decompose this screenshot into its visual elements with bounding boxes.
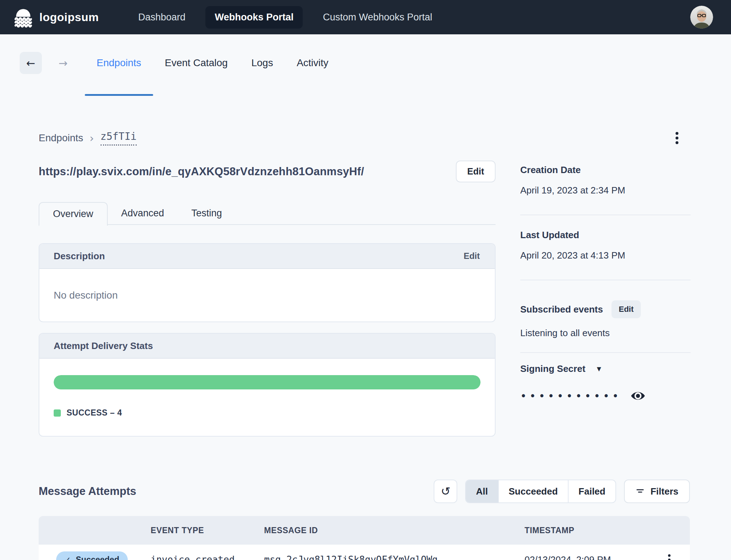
status-badge: ✓ Succeeded: [56, 551, 128, 560]
subscribed-events-value: Listening to all events: [520, 328, 691, 339]
signing-secret-value-row: •••••••••••: [520, 388, 691, 404]
message-attempts-header: Message Attempts ↺ All Succeeded Failed: [39, 480, 690, 503]
signing-secret-label: Signing Secret: [520, 363, 585, 374]
filter-failed-button[interactable]: Failed: [568, 480, 615, 502]
avatar[interactable]: [690, 6, 713, 29]
filters-button[interactable]: Filters: [624, 480, 690, 503]
actions-cell: [662, 551, 690, 560]
last-updated-label: Last Updated: [520, 230, 691, 241]
signing-secret-caret-button[interactable]: ▾: [595, 362, 603, 375]
top-nav: Dashboard Webhooks Portal Custom Webhook…: [138, 6, 432, 29]
last-updated-value: April 20, 2023 at 4:13 PM: [520, 250, 691, 261]
breadcrumb: Endpoints › z5fTIi: [39, 129, 690, 147]
tab-logs[interactable]: Logs: [239, 50, 285, 76]
endpoint-url-row: https://play.svix.com/in/e_qyAXKQ58rVdzn…: [39, 160, 496, 183]
breadcrumb-chevron-icon: ›: [90, 132, 94, 144]
delivery-stats-card-body: SUCCESS – 4: [39, 359, 495, 436]
refresh-button[interactable]: ↺: [434, 480, 457, 503]
delivery-stats-card-header: Attempt Delivery Stats: [39, 334, 495, 359]
reveal-secret-eye-button[interactable]: [630, 388, 646, 404]
nav-dashboard[interactable]: Dashboard: [138, 6, 185, 29]
filter-succeeded-button[interactable]: Succeeded: [498, 480, 568, 502]
breadcrumb-endpoint-id[interactable]: z5fTIi: [101, 131, 137, 146]
tab-event-catalog[interactable]: Event Catalog: [153, 50, 240, 76]
column-message-id: MESSAGE ID: [264, 526, 525, 535]
caret-down-icon: ▾: [597, 364, 601, 374]
delivery-stats-title: Attempt Delivery Stats: [54, 340, 153, 352]
delivery-stats-legend: SUCCESS – 4: [54, 408, 481, 418]
table-row[interactable]: ✓ Succeeded invoice.created msg_2cJyg8l1…: [39, 545, 690, 560]
creation-date-value: April 19, 2023 at 2:34 PM: [520, 185, 691, 196]
nav-custom-webhooks-portal[interactable]: Custom Webhooks Portal: [323, 6, 432, 29]
delivery-stats-card: Attempt Delivery Stats SUCCESS – 4: [39, 333, 496, 437]
body-columns: https://play.svix.com/in/e_qyAXKQ58rVdzn…: [39, 160, 690, 437]
back-arrow-icon: ←: [26, 57, 35, 69]
description-card: Description Edit No description: [39, 243, 496, 322]
forward-button[interactable]: →: [54, 52, 72, 74]
filters-label: Filters: [650, 486, 678, 497]
content-area: ← → Endpoints Event Catalog Logs Activit…: [0, 50, 731, 560]
detail-tabs: Overview Advanced Testing: [39, 202, 496, 225]
delivery-stats-bar: [54, 375, 481, 389]
description-card-body: No description: [39, 269, 495, 321]
back-button[interactable]: ←: [20, 52, 42, 74]
top-nav-bar: logoipsum Dashboard Webhooks Portal Cust…: [0, 0, 731, 34]
status-cell: ✓ Succeeded: [39, 551, 151, 560]
check-icon: ✓: [65, 555, 71, 560]
message-attempts-title: Message Attempts: [39, 485, 136, 498]
divider: [520, 215, 691, 215]
filter-all-button[interactable]: All: [466, 480, 498, 502]
tab-testing[interactable]: Testing: [178, 202, 236, 224]
refresh-icon: ↺: [441, 485, 450, 498]
success-legend-label: SUCCESS – 4: [67, 408, 122, 418]
webhooks-portal-page: logoipsum Dashboard Webhooks Portal Cust…: [0, 0, 731, 560]
event-type-cell: invoice.created: [151, 554, 264, 560]
subscribed-events-label: Subscribed events: [520, 304, 603, 315]
subscribed-events-row: Subscribed events Edit: [520, 300, 691, 318]
edit-subscribed-events-button[interactable]: Edit: [611, 300, 641, 318]
timestamp-cell: 02/13/2024, 2:09 PM: [525, 554, 662, 560]
divider: [520, 280, 691, 280]
brand[interactable]: logoipsum: [13, 7, 99, 28]
logo-icon: [13, 7, 34, 28]
message-id-cell: msg_2cJyg8l12IiSk8gyOFfYmVglQWg: [264, 554, 525, 560]
brand-name: logoipsum: [39, 11, 99, 24]
success-legend-swatch: [54, 409, 61, 417]
eye-icon: [630, 388, 646, 404]
edit-url-button[interactable]: Edit: [456, 161, 496, 182]
divider: [520, 352, 691, 353]
signing-secret-row: Signing Secret ▾: [520, 362, 691, 375]
column-event-type: EVENT TYPE: [151, 526, 264, 535]
signing-secret-masked: •••••••••••: [520, 390, 622, 402]
message-attempts-table: EVENT TYPE MESSAGE ID TIMESTAMP ✓ Succee…: [39, 516, 690, 560]
filter-icon: [635, 487, 645, 496]
no-description-text: No description: [54, 290, 118, 301]
message-attempts-controls: ↺ All Succeeded Failed Filters: [434, 480, 690, 503]
tab-overview[interactable]: Overview: [39, 202, 108, 226]
endpoint-main-column: https://play.svix.com/in/e_qyAXKQ58rVdzn…: [39, 160, 496, 437]
tab-advanced[interactable]: Advanced: [108, 202, 178, 224]
row-options-kebab-button[interactable]: [662, 551, 676, 560]
breadcrumb-endpoints-link[interactable]: Endpoints: [39, 132, 83, 144]
endpoint-url: https://play.svix.com/in/e_qyAXKQ58rVdzn…: [39, 165, 364, 178]
edit-description-button[interactable]: Edit: [464, 251, 480, 261]
creation-date-label: Creation Date: [520, 164, 691, 176]
description-title: Description: [54, 251, 105, 262]
nav-webhooks-portal[interactable]: Webhooks Portal: [205, 6, 303, 29]
status-filter-group: All Succeeded Failed: [465, 480, 616, 503]
column-timestamp: TIMESTAMP: [525, 526, 662, 535]
endpoint-side-panel: Creation Date April 19, 2023 at 2:34 PM …: [520, 160, 691, 404]
tab-endpoints[interactable]: Endpoints: [85, 50, 153, 76]
tab-activity[interactable]: Activity: [285, 50, 340, 76]
status-badge-label: Succeeded: [76, 555, 119, 560]
forward-arrow-icon: →: [58, 57, 67, 69]
portal-tab-bar: ← → Endpoints Event Catalog Logs Activit…: [20, 50, 690, 76]
table-header-row: EVENT TYPE MESSAGE ID TIMESTAMP: [39, 516, 690, 545]
description-card-header: Description Edit: [39, 244, 495, 269]
delivery-stats-bar-fill: [54, 375, 481, 389]
endpoint-options-kebab-button[interactable]: [669, 129, 685, 147]
